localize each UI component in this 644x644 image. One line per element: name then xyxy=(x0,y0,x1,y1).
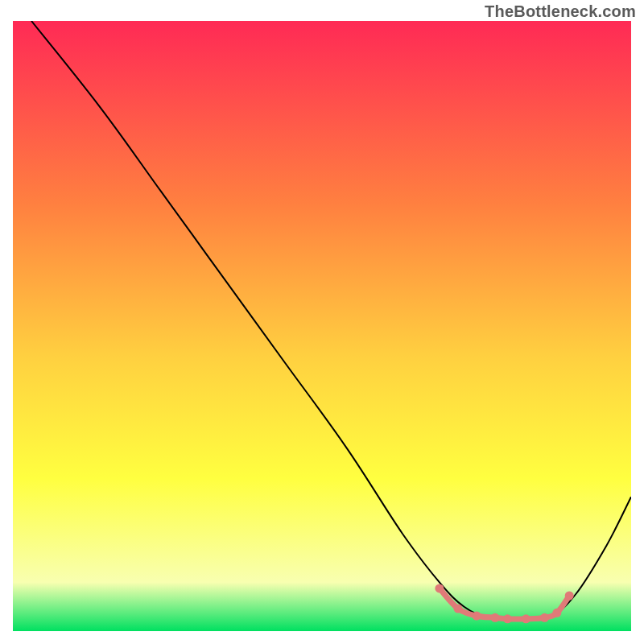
salmon-marker-dot xyxy=(454,605,463,613)
salmon-marker-dot xyxy=(503,614,512,623)
watermark-text: TheBottleneck.com xyxy=(485,2,636,21)
salmon-marker-dot xyxy=(491,613,500,622)
salmon-marker-dot xyxy=(565,592,574,601)
salmon-marker-dot xyxy=(522,614,530,623)
salmon-marker-dot xyxy=(540,613,549,622)
salmon-marker-dot xyxy=(473,612,481,621)
chart-stage: TheBottleneck.com xyxy=(0,0,644,644)
salmon-marker-dot xyxy=(552,609,561,617)
bottleneck-chart xyxy=(13,21,631,631)
salmon-marker-dot xyxy=(435,584,444,592)
gradient-background xyxy=(13,21,631,631)
